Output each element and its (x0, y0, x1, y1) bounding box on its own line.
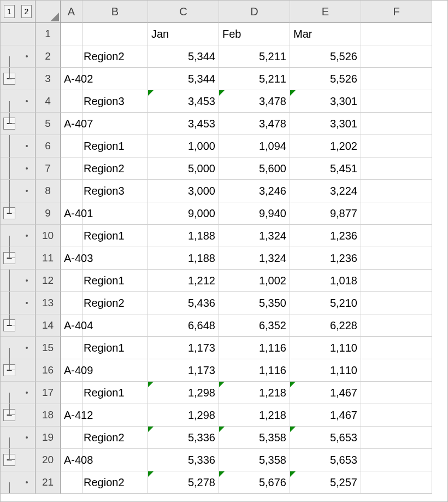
cell-F11[interactable] (361, 247, 432, 270)
cell-E4[interactable]: 3,301 (290, 90, 361, 113)
outline-col1-row9[interactable]: − (1, 202, 18, 225)
cell-C6[interactable]: 1,000 (148, 135, 219, 157)
row-header-20[interactable]: 20 (36, 449, 61, 471)
outline-col2-row8[interactable] (18, 180, 36, 202)
row-header-15[interactable]: 15 (36, 337, 61, 359)
cell-B2[interactable]: Region2 (82, 45, 148, 68)
cell-D2[interactable]: 5,211 (219, 45, 290, 68)
cell-D4[interactable]: 3,478 (219, 90, 290, 113)
cell-F13[interactable] (361, 292, 432, 314)
outline-col1-row10[interactable] (1, 225, 18, 247)
cell-E15[interactable]: 1,110 (290, 337, 361, 359)
cell-B17[interactable]: Region1 (82, 382, 148, 404)
cell-A1[interactable] (61, 23, 82, 45)
row-header-2[interactable]: 2 (36, 45, 61, 68)
col-header-D[interactable]: D (219, 1, 290, 23)
outline-col1-row13[interactable] (1, 292, 18, 314)
cell-E13[interactable]: 5,210 (290, 292, 361, 314)
outline-col2-row13[interactable] (18, 292, 36, 314)
cell-C19[interactable]: 5,336 (148, 427, 219, 449)
outline-col1-row15[interactable] (1, 337, 18, 359)
cell-F1[interactable] (361, 23, 432, 45)
cell-F5[interactable] (361, 113, 432, 135)
cell-B10[interactable]: Region1 (82, 225, 148, 247)
outline-col1-row18[interactable]: − (1, 404, 18, 427)
row-header-11[interactable]: 11 (36, 247, 61, 270)
cell-F20[interactable] (361, 449, 432, 471)
outline-level-1[interactable]: 1 (1, 1, 18, 23)
cell-B18[interactable] (82, 404, 148, 427)
cell-A8[interactable] (61, 180, 82, 202)
cell-C17[interactable]: 1,298 (148, 382, 219, 404)
cell-C12[interactable]: 1,212 (148, 270, 219, 292)
cell-B7[interactable]: Region2 (82, 157, 148, 180)
row-header-12[interactable]: 12 (36, 270, 61, 292)
cell-F4[interactable] (361, 90, 432, 113)
row-header-1[interactable]: 1 (36, 23, 61, 45)
cell-A18[interactable]: A-412 (61, 404, 82, 427)
outline-col2-row2[interactable] (18, 45, 36, 68)
outline-col2-row9[interactable] (18, 202, 36, 225)
outline-col1-row8[interactable] (1, 180, 18, 202)
row-header-6[interactable]: 6 (36, 135, 61, 157)
cell-C11[interactable]: 1,188 (148, 247, 219, 270)
cell-B19[interactable]: Region2 (82, 427, 148, 449)
cell-C16[interactable]: 1,173 (148, 359, 219, 382)
cell-D5[interactable]: 3,478 (219, 113, 290, 135)
cell-E12[interactable]: 1,018 (290, 270, 361, 292)
cell-A2[interactable] (61, 45, 82, 68)
cell-F21[interactable] (361, 471, 432, 494)
cell-A5[interactable]: A-407 (61, 113, 82, 135)
cell-C1[interactable]: Jan (148, 23, 219, 45)
cell-D15[interactable]: 1,116 (219, 337, 290, 359)
cell-A7[interactable] (61, 157, 82, 180)
outline-col1-row16[interactable]: − (1, 359, 18, 382)
cell-B15[interactable]: Region1 (82, 337, 148, 359)
row-header-21[interactable]: 21 (36, 471, 61, 494)
cell-D20[interactable]: 5,358 (219, 449, 290, 471)
cell-E8[interactable]: 3,224 (290, 180, 361, 202)
cell-D13[interactable]: 5,350 (219, 292, 290, 314)
cell-C8[interactable]: 3,000 (148, 180, 219, 202)
cell-E10[interactable]: 1,236 (290, 225, 361, 247)
cell-F7[interactable] (361, 157, 432, 180)
cell-C21[interactable]: 5,278 (148, 471, 219, 494)
cell-E6[interactable]: 1,202 (290, 135, 361, 157)
outline-col2-row20[interactable] (18, 449, 36, 471)
cell-D10[interactable]: 1,324 (219, 225, 290, 247)
cell-F10[interactable] (361, 225, 432, 247)
cell-D18[interactable]: 1,218 (219, 404, 290, 427)
cell-B9[interactable] (82, 202, 148, 225)
outline-col2-row19[interactable] (18, 427, 36, 449)
outline-col1-row4[interactable] (1, 90, 18, 113)
cell-A17[interactable] (61, 382, 82, 404)
cell-E20[interactable]: 5,653 (290, 449, 361, 471)
cell-E1[interactable]: Mar (290, 23, 361, 45)
cell-D21[interactable]: 5,676 (219, 471, 290, 494)
cell-C14[interactable]: 6,648 (148, 314, 219, 337)
cell-B4[interactable]: Region3 (82, 90, 148, 113)
cell-F14[interactable] (361, 314, 432, 337)
row-header-8[interactable]: 8 (36, 180, 61, 202)
cell-A20[interactable]: A-408 (61, 449, 82, 471)
cell-C2[interactable]: 5,344 (148, 45, 219, 68)
outline-col2-row16[interactable] (18, 359, 36, 382)
outline-col2-row5[interactable] (18, 113, 36, 135)
cell-C15[interactable]: 1,173 (148, 337, 219, 359)
cell-D6[interactable]: 1,094 (219, 135, 290, 157)
cell-C9[interactable]: 9,000 (148, 202, 219, 225)
cell-A6[interactable] (61, 135, 82, 157)
outline-level-2-button[interactable]: 2 (21, 5, 32, 18)
select-all-corner[interactable] (36, 1, 61, 23)
cell-A19[interactable] (61, 427, 82, 449)
cell-F19[interactable] (361, 427, 432, 449)
row-header-3[interactable]: 3 (36, 68, 61, 90)
cell-C7[interactable]: 5,000 (148, 157, 219, 180)
outline-col2-row21[interactable] (18, 471, 36, 494)
cell-C3[interactable]: 5,344 (148, 68, 219, 90)
cell-B6[interactable]: Region1 (82, 135, 148, 157)
col-header-B[interactable]: B (82, 1, 148, 23)
row-header-4[interactable]: 4 (36, 90, 61, 113)
cell-B1[interactable] (82, 23, 148, 45)
cell-E11[interactable]: 1,236 (290, 247, 361, 270)
